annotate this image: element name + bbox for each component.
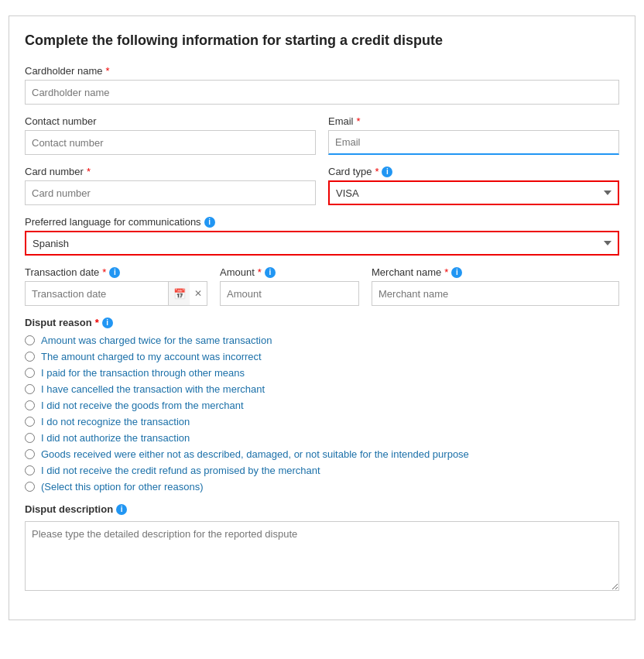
language-select[interactable]: Spanish English French Portuguese [25, 231, 619, 256]
transaction-row: Transaction date* i 📅 ✕ Amount* i Mercha… [25, 266, 619, 306]
card-number-label: Card number* [25, 166, 316, 177]
dispute-option-label-2: I paid for the transaction through other… [41, 367, 245, 379]
language-info-icon[interactable]: i [204, 217, 215, 228]
merchant-col: Merchant name* i [372, 266, 619, 306]
card-type-col: Card type* i VISA MasterCard Amex Discov… [328, 166, 619, 205]
dispute-reason-section: Disput reason* i Amount was charged twic… [25, 317, 619, 493]
email-label: Email* [328, 115, 619, 127]
dispute-radio-7[interactable] [25, 449, 35, 459]
dispute-option-4[interactable]: I did not receive the goods from the mer… [25, 400, 619, 411]
card-type-info-icon[interactable]: i [382, 166, 392, 177]
dispute-option-0[interactable]: Amount was charged twice for the same tr… [25, 335, 619, 346]
dispute-option-label-3: I have cancelled the transaction with th… [41, 383, 265, 395]
contact-col: Contact number [25, 115, 316, 155]
merchant-label: Merchant name* i [372, 266, 619, 278]
dispute-radio-9[interactable] [25, 482, 35, 492]
email-required: * [357, 115, 361, 127]
dispute-option-6[interactable]: I did not authorize the transaction [25, 432, 619, 444]
date-clear-button[interactable]: ✕ [190, 282, 207, 305]
dispute-option-8[interactable]: I did not receive the credit refund as p… [25, 465, 619, 476]
dispute-option-1[interactable]: The amount charged to my account was inc… [25, 351, 619, 362]
dispute-option-label-4: I did not receive the goods from the mer… [41, 400, 244, 411]
card-number-col: Card number* [25, 166, 316, 205]
cardholder-section: Cardholder name* [25, 65, 619, 105]
dispute-option-7[interactable]: Goods received were either not as descri… [25, 448, 619, 460]
card-row: Card number* Card type* i VISA MasterCar… [25, 166, 619, 205]
card-type-select[interactable]: VISA MasterCard Amex Discover [328, 180, 619, 205]
dispute-option-label-0: Amount was charged twice for the same tr… [41, 335, 272, 346]
card-number-input[interactable] [25, 180, 316, 205]
amount-info-icon[interactable]: i [265, 267, 276, 278]
dispute-description-textarea[interactable] [25, 521, 619, 591]
transaction-date-info-icon[interactable]: i [109, 267, 120, 278]
page-title: Complete the following information for s… [25, 32, 619, 50]
cardholder-input[interactable] [25, 80, 619, 105]
transaction-date-required: * [102, 266, 106, 278]
form-container: Complete the following information for s… [9, 15, 635, 620]
dispute-description-info-icon[interactable]: i [116, 504, 127, 515]
cardholder-label: Cardholder name* [25, 65, 619, 77]
dispute-radio-0[interactable] [25, 335, 35, 345]
dispute-option-label-8: I did not receive the credit refund as p… [41, 465, 320, 476]
dispute-description-section: Disput description i [25, 503, 619, 593]
dispute-radio-4[interactable] [25, 400, 35, 410]
dispute-description-label: Disput description i [25, 503, 619, 515]
email-col: Email* [328, 115, 619, 155]
amount-col: Amount* i [220, 266, 359, 306]
merchant-required: * [444, 266, 448, 278]
amount-input[interactable] [220, 281, 359, 306]
calendar-icon[interactable]: 📅 [168, 282, 190, 305]
amount-label: Amount* i [220, 266, 359, 278]
dispute-option-5[interactable]: I do not recognize the transaction [25, 416, 619, 427]
dispute-radio-2[interactable] [25, 368, 35, 378]
dispute-reason-required: * [95, 317, 99, 328]
amount-required: * [258, 266, 262, 278]
dispute-option-label-1: The amount charged to my account was inc… [41, 351, 262, 362]
dispute-option-2[interactable]: I paid for the transaction through other… [25, 367, 619, 379]
merchant-info-icon[interactable]: i [451, 267, 462, 278]
dispute-option-label-5: I do not recognize the transaction [41, 416, 190, 427]
card-type-required: * [375, 166, 379, 177]
contact-input[interactable] [25, 130, 316, 155]
merchant-input[interactable] [372, 281, 619, 306]
dispute-reason-info-icon[interactable]: i [102, 317, 113, 328]
dispute-radio-8[interactable] [25, 465, 35, 475]
transaction-date-col: Transaction date* i 📅 ✕ [25, 266, 207, 306]
card-number-required: * [87, 166, 91, 177]
dispute-option-9[interactable]: (Select this option for other reasons) [25, 481, 619, 493]
dispute-radio-5[interactable] [25, 417, 35, 427]
transaction-date-label: Transaction date* i [25, 266, 207, 278]
dispute-option-label-7: Goods received were either not as descri… [41, 448, 469, 460]
date-input-wrapper: 📅 ✕ [25, 281, 207, 306]
contact-label: Contact number [25, 115, 316, 127]
cardholder-required: * [105, 65, 109, 77]
dispute-radio-6[interactable] [25, 433, 35, 443]
card-type-label: Card type* i [328, 166, 619, 177]
email-input[interactable] [328, 130, 619, 155]
dispute-option-3[interactable]: I have cancelled the transaction with th… [25, 383, 619, 395]
language-section: Preferred language for communications i … [25, 216, 619, 256]
contact-email-row: Contact number Email* [25, 115, 619, 155]
dispute-option-label-9: (Select this option for other reasons) [41, 481, 204, 493]
language-label: Preferred language for communications i [25, 216, 619, 228]
dispute-reason-label: Disput reason* i [25, 317, 619, 328]
transaction-date-input[interactable] [26, 282, 168, 305]
dispute-radio-3[interactable] [25, 384, 35, 394]
dispute-option-label-6: I did not authorize the transaction [41, 432, 190, 444]
dispute-radio-1[interactable] [25, 352, 35, 362]
